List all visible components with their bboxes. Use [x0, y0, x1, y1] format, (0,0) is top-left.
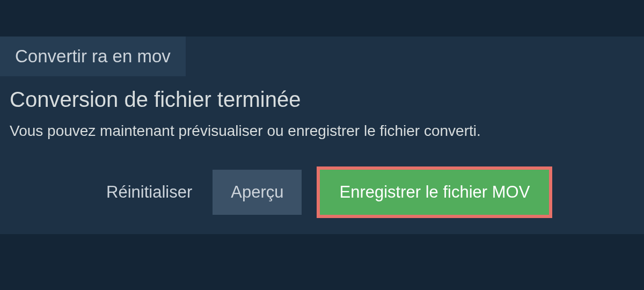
page-subtext: Vous pouvez maintenant prévisualiser ou … [10, 122, 644, 140]
preview-button[interactable]: Aperçu [213, 170, 302, 215]
tab-convert[interactable]: Convertir ra en mov [0, 37, 186, 76]
tab-label: Convertir ra en mov [15, 46, 171, 66]
reset-link[interactable]: Réinitialiser [106, 183, 192, 202]
button-row: Réinitialiser Aperçu Enregistrer le fich… [10, 166, 644, 218]
page-heading: Conversion de fichier terminée [10, 88, 644, 112]
save-button[interactable]: Enregistrer le fichier MOV [317, 166, 552, 218]
